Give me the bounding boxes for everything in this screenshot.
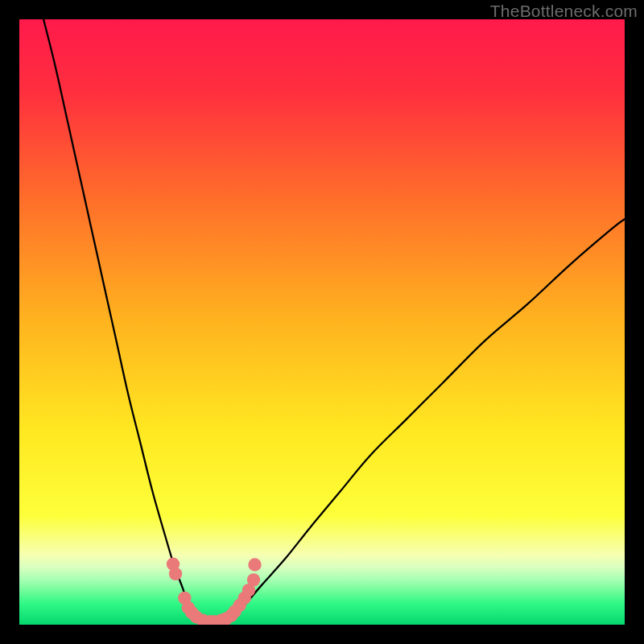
- chart-frame: [19, 19, 625, 625]
- data-marker: [248, 558, 261, 571]
- data-marker: [247, 573, 260, 586]
- bottleneck-chart: [19, 19, 625, 625]
- watermark-text: TheBottleneck.com: [490, 2, 638, 21]
- data-marker: [169, 568, 182, 580]
- gradient-background: [19, 19, 625, 625]
